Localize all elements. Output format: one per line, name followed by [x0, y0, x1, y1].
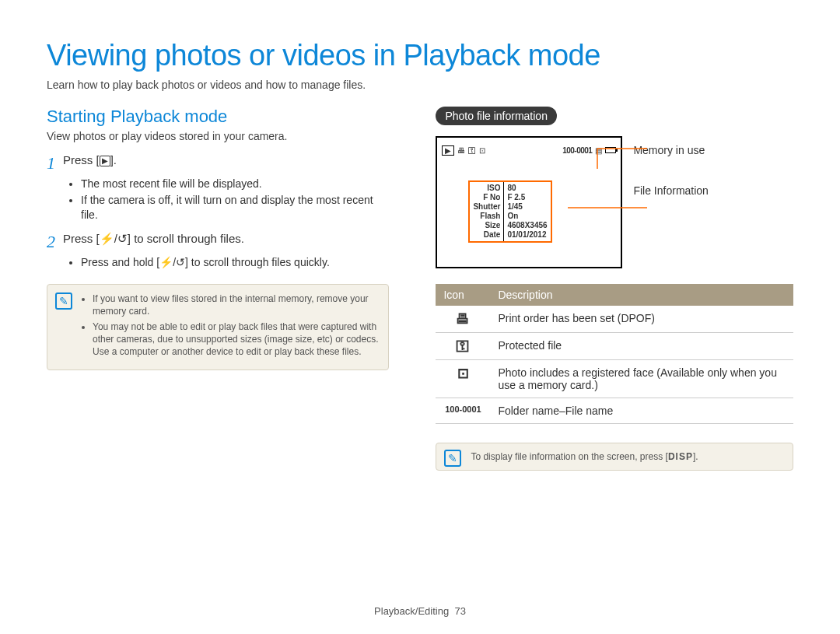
step-2-post: ] to scroll through files.	[128, 232, 244, 245]
face-icon: ⊡	[479, 146, 485, 155]
step-2-pre: Press [	[63, 232, 100, 245]
camera-screen: ▶ 🖶 ⚿ ⊡ 100-0001 ▤ ISO F No Shutter Flas…	[436, 136, 622, 268]
desc-cell: Print order has been set (DPOF)	[490, 306, 793, 333]
info-key: Flash	[473, 212, 500, 221]
step-1-text: Press [▶].	[63, 153, 117, 166]
info-val: 4608X3456	[507, 221, 547, 230]
list-item: Press and hold [⚡/↺] to scroll through f…	[81, 255, 389, 270]
note-item: You may not be able to edit or play back…	[93, 321, 379, 359]
table-row: 100-0001 Folder name–File name	[436, 398, 793, 424]
play-icon: ▶	[442, 145, 454, 156]
right-column: Photo file information ▶ 🖶 ⚿ ⊡ 100-0001 …	[436, 107, 793, 471]
page-intro: Learn how to play back photos or videos …	[47, 79, 793, 91]
file-info-panel: ISO F No Shutter Flash Size Date 80 F 2.…	[468, 180, 551, 243]
desc-cell: Photo includes a registered face (Availa…	[490, 360, 793, 398]
info-key: Shutter	[473, 202, 500, 212]
desc-cell: Folder name–File name	[490, 398, 793, 424]
print-icon: 🖶	[456, 311, 470, 327]
key-icon: ⚿	[456, 338, 470, 354]
info-val: On	[507, 212, 547, 221]
table-row: ⊡ Photo includes a registered face (Avai…	[436, 360, 793, 398]
col-desc: Description	[490, 284, 793, 306]
face-icon: ⊡	[457, 366, 469, 381]
step-1: 1 Press [▶]. The most recent file will b…	[47, 153, 389, 222]
note2-post: ].	[693, 451, 698, 462]
card-icon: ▤	[595, 146, 602, 155]
page-title: Viewing photos or videos in Playback mod…	[47, 39, 793, 72]
key-icon: ⚿	[468, 146, 476, 155]
step-2: 2 Press [⚡/↺] to scroll through files. P…	[47, 232, 389, 270]
print-icon: 🖶	[457, 146, 465, 155]
col-icon: Icon	[436, 284, 490, 306]
note-item: If you want to view files stored in the …	[93, 292, 379, 317]
disp-button-label: DISP	[668, 451, 693, 462]
section-sub: View photos or play videos stored in you…	[47, 130, 389, 142]
note-icon: ✎	[55, 292, 72, 310]
desc-cell: Protected file	[490, 333, 793, 360]
table-row: 🖶 Print order has been set (DPOF)	[436, 306, 793, 333]
play-icon: ▶	[100, 156, 110, 166]
note2-pre: To display file information on the scree…	[471, 451, 667, 462]
info-key: ISO	[473, 184, 500, 193]
camera-diagram: ▶ 🖶 ⚿ ⊡ 100-0001 ▤ ISO F No Shutter Flas…	[436, 136, 793, 268]
info-val: 1/45	[507, 202, 547, 212]
list-item: The most recent file will be displayed.	[81, 177, 389, 191]
section-heading: Starting Playback mode	[47, 107, 389, 127]
footer-page: 73	[454, 605, 465, 617]
page-footer: Playback/Editing 73	[0, 605, 840, 617]
list-item: If the camera is off, it will turn on an…	[81, 193, 389, 222]
callout-memory: Memory in use	[633, 144, 708, 156]
footer-section: Playback/Editing	[374, 605, 449, 617]
timer-icon: ↺	[117, 232, 128, 245]
note-box: ✎ If you want to view files stored in th…	[47, 284, 389, 370]
info-key: Size	[473, 221, 500, 230]
step-number: 1	[47, 155, 55, 172]
info-val: 01/01/2012	[507, 230, 547, 240]
note-icon: ✎	[444, 450, 461, 467]
info-key: F No	[473, 193, 500, 202]
battery-icon	[605, 147, 616, 153]
step-1-pre: Press [	[63, 153, 100, 166]
step-1-post: ].	[110, 153, 117, 166]
photo-file-info-pill: Photo file information	[436, 107, 557, 125]
icon-description-table: Icon Description 🖶 Print order has been …	[436, 284, 793, 424]
info-key: Date	[473, 230, 500, 240]
info-val: F 2.5	[507, 193, 547, 202]
step-2-text: Press [⚡/↺] to scroll through files.	[63, 232, 244, 246]
flash-icon: ⚡	[100, 232, 114, 245]
file-number: 100-0001	[562, 146, 592, 155]
info-val: 80	[507, 184, 547, 193]
note-box-disp: ✎ To display file information on the scr…	[436, 443, 793, 471]
table-row: ⚿ Protected file	[436, 333, 793, 360]
filecode-icon: 100-0001	[445, 405, 481, 414]
step-number: 2	[47, 233, 55, 250]
callout-fileinfo: File Information	[633, 184, 708, 197]
left-column: Starting Playback mode View photos or pl…	[47, 107, 389, 471]
